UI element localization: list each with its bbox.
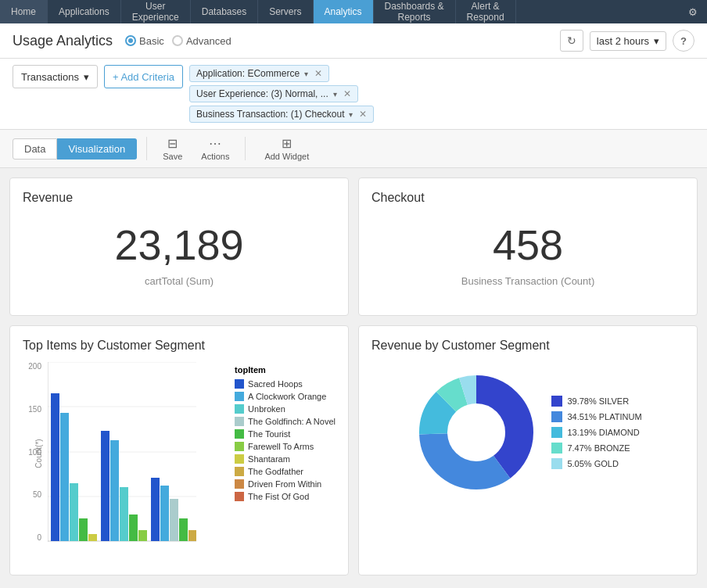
nav-dashboards[interactable]: Dashboards & Reports <box>374 0 456 23</box>
svg-rect-9 <box>79 518 88 541</box>
svg-rect-17 <box>160 486 169 541</box>
top-items-title: Top Items by Customer Segment <box>23 339 336 353</box>
bars-area: Count(*) <box>48 362 228 544</box>
svg-rect-11 <box>101 431 109 541</box>
legend-godfather-color <box>235 467 244 476</box>
refresh-button[interactable]: ↻ <box>560 30 583 52</box>
add-widget-label: Add Widget <box>264 152 309 161</box>
filter-tag-application-label: Application: ECommerce <box>196 68 300 79</box>
donut-silver-label: 39.78% SILVER <box>567 396 629 406</box>
add-criteria-label: + Add Criteria <box>113 71 174 83</box>
time-range-dropdown[interactable]: last 2 hours ▾ <box>590 31 666 51</box>
filter-tag-ux-chevron[interactable]: ▾ <box>333 90 337 99</box>
nav-analytics[interactable]: Analytics <box>314 0 374 23</box>
filter-tag-bt: Business Transaction: (1) Checkout ▾ ✕ <box>189 106 374 123</box>
actions-label: Actions <box>201 152 229 161</box>
legend-driven-color <box>235 479 244 489</box>
checkout-value: 458 <box>371 220 684 269</box>
nav-applications-label: Applications <box>59 6 109 17</box>
donut-bronze-label: 7.47% BRONZE <box>567 443 630 453</box>
filter-type-dropdown[interactable]: Transactions ▾ <box>13 65 98 88</box>
legend-farewell-label: Farewell To Arms <box>248 442 314 451</box>
legend-driven: Driven From Within <box>235 479 336 489</box>
radio-advanced-dot <box>172 35 183 46</box>
nav-alert[interactable]: Alert & Respond <box>456 0 516 23</box>
revenue-label: cartTotal (Sum) <box>23 275 336 287</box>
filter-tag-application-chevron[interactable]: ▾ <box>304 70 308 78</box>
legend-unbroken-color <box>235 404 244 414</box>
legend-clockwork-orange: A Clockwork Orange <box>235 392 336 401</box>
toolbar: Data Visualization ⊟ Save ⋯ Actions ⊞ Ad… <box>0 130 707 168</box>
legend-farewell: Farewell To Arms <box>235 442 336 451</box>
bar-chart-svg <box>48 362 196 542</box>
legend-title: topItem <box>235 365 336 375</box>
filter-tags: Application: ECommerce ▾ ✕ User Experien… <box>189 65 694 123</box>
revenue-card-title: Revenue <box>23 191 336 205</box>
svg-rect-7 <box>60 413 69 541</box>
legend-fist-color <box>235 492 244 501</box>
revenue-segment-title: Revenue by Customer Segment <box>371 339 684 353</box>
toolbar-separator-2 <box>245 137 246 160</box>
legend-tourist-label: The Tourist <box>248 429 290 439</box>
visualization-view-label: Visualization <box>68 143 125 155</box>
nav-applications[interactable]: Applications <box>48 0 121 23</box>
chart-area: Count(*) <box>48 362 228 544</box>
actions-icon: ⋯ <box>209 136 221 151</box>
radio-basic[interactable]: Basic <box>125 35 164 47</box>
bar-chart-container: 200 150 100 50 0 Count(*) <box>23 362 336 544</box>
nav-databases[interactable]: Databases <box>191 0 258 23</box>
revenue-value: 23,189 <box>23 220 336 269</box>
legend-fist: The Fist Of God <box>235 492 336 501</box>
nav-user-experience[interactable]: User Experience <box>121 0 191 23</box>
checkout-card: Checkout 458 Business Transaction (Count… <box>358 177 698 316</box>
save-label: Save <box>163 152 182 161</box>
nav-alert-line2: Respond <box>467 12 504 23</box>
save-icon: ⊟ <box>167 136 178 151</box>
save-action[interactable]: ⊟ Save <box>156 134 188 163</box>
radio-advanced[interactable]: Advanced <box>172 35 231 47</box>
toolbar-separator <box>146 137 147 160</box>
legend-sacred-hoops: Sacred Hoops <box>235 379 336 389</box>
filter-tag-ux: User Experience: (3) Normal, ... ▾ ✕ <box>189 85 358 102</box>
nav-servers[interactable]: Servers <box>258 0 313 23</box>
filter-tag-application: Application: ECommerce ▾ ✕ <box>189 65 329 82</box>
settings-icon[interactable]: ⚙ <box>679 0 707 23</box>
visualization-view-button[interactable]: Visualization <box>57 138 137 160</box>
legend-goldfinch-color <box>235 417 244 426</box>
legend-shantaram-label: Shantaram <box>248 454 290 464</box>
chevron-down-icon: ▾ <box>84 71 89 83</box>
help-button[interactable]: ? <box>673 30 694 52</box>
filter-tag-bt-chevron[interactable]: ▾ <box>349 110 353 119</box>
data-view-button[interactable]: Data <box>13 138 57 160</box>
nav-databases-label: Databases <box>202 6 246 17</box>
legend-godfather: The Godfather <box>235 467 336 476</box>
legend-clockwork-orange-label: A Clockwork Orange <box>248 392 326 401</box>
svg-rect-12 <box>110 440 119 541</box>
checkout-label: Business Transaction (Count) <box>371 275 684 287</box>
svg-rect-20 <box>188 530 196 541</box>
add-criteria-button[interactable]: + Add Criteria <box>104 65 183 88</box>
filter-tag-application-close[interactable]: ✕ <box>314 68 322 79</box>
legend-tourist-color <box>235 429 244 439</box>
donut-diamond-color <box>551 427 562 438</box>
nav-home-label: Home <box>11 6 36 17</box>
donut-platinum-label: 34.51% PLATINUM <box>567 412 641 421</box>
legend-sacred-hoops-color <box>235 379 244 389</box>
filter-tag-ux-close[interactable]: ✕ <box>343 88 351 99</box>
nav-servers-label: Servers <box>269 6 301 17</box>
add-widget-button[interactable]: ⊞ Add Widget <box>255 134 318 163</box>
help-label: ? <box>680 35 687 47</box>
donut-legend-silver: 39.78% SILVER <box>551 396 641 407</box>
nav-home[interactable]: Home <box>0 0 48 23</box>
legend-fist-label: The Fist Of God <box>248 492 309 501</box>
radio-advanced-label: Advanced <box>186 35 231 47</box>
filter-tag-bt-label: Business Transaction: (1) Checkout <box>196 109 344 120</box>
donut-legend-platinum: 34.51% PLATINUM <box>551 411 641 422</box>
donut-platinum-color <box>551 411 562 422</box>
filter-tag-ux-label: User Experience: (3) Normal, ... <box>196 88 328 99</box>
actions-action[interactable]: ⋯ Actions <box>195 134 235 163</box>
view-toggle: Data Visualization <box>13 138 137 160</box>
legend-farewell-color <box>235 442 244 451</box>
filter-tag-bt-close[interactable]: ✕ <box>359 109 367 120</box>
legend-clockwork-orange-color <box>235 392 244 401</box>
